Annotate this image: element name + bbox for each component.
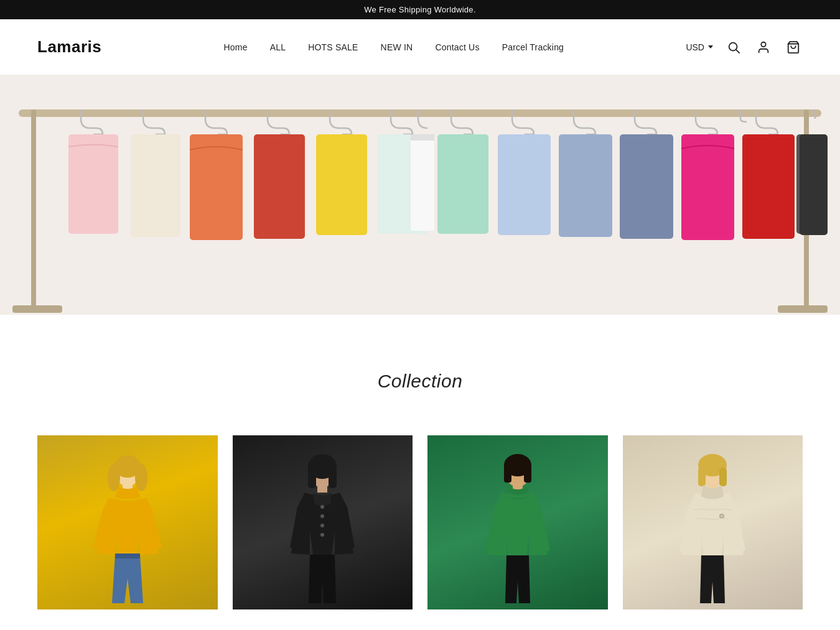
product-card-4[interactable] — [623, 435, 803, 609]
hero-banner — [0, 75, 840, 315]
svg-rect-13 — [254, 134, 305, 239]
cart-icon — [786, 40, 800, 54]
product-image-1 — [37, 435, 218, 609]
svg-point-38 — [320, 514, 324, 518]
svg-rect-9 — [778, 305, 828, 313]
currency-selector[interactable]: USD — [686, 42, 713, 52]
header: Lamaris Home ALL HOTS SALE NEW IN Contac… — [0, 19, 840, 75]
nav-item-parcel-tracking[interactable]: Parcel Tracking — [502, 42, 564, 52]
product-card-1[interactable] — [37, 435, 218, 609]
svg-rect-49 — [719, 468, 727, 486]
svg-rect-31 — [115, 554, 140, 558]
svg-rect-17 — [498, 134, 551, 235]
collection-section: Collection — [0, 315, 840, 628]
product-grid — [37, 435, 803, 609]
svg-rect-25 — [411, 134, 434, 141]
account-button[interactable] — [754, 38, 773, 57]
svg-rect-12 — [190, 134, 243, 240]
svg-point-37 — [320, 505, 324, 509]
hero-clothing-rack-image — [0, 75, 840, 315]
cart-button[interactable] — [784, 38, 803, 57]
product-card-3[interactable] — [427, 435, 608, 609]
logo[interactable]: Lamaris — [37, 37, 101, 57]
nav-item-hots-sale[interactable]: HOTS SALE — [308, 42, 358, 52]
svg-rect-14 — [316, 134, 367, 235]
product-image-3 — [427, 435, 608, 609]
svg-rect-6 — [31, 109, 36, 308]
svg-rect-36 — [317, 485, 327, 493]
nav-item-all[interactable]: ALL — [270, 42, 286, 52]
svg-rect-43 — [504, 465, 511, 483]
collection-heading-wrapper: Collection — [37, 346, 803, 435]
svg-rect-16 — [437, 134, 488, 234]
svg-rect-44 — [524, 465, 531, 483]
collection-title: Collection — [37, 371, 803, 392]
search-button[interactable] — [724, 38, 743, 57]
search-icon — [727, 40, 740, 54]
svg-rect-10 — [68, 134, 118, 234]
svg-line-1 — [736, 50, 739, 53]
svg-rect-34 — [308, 466, 316, 488]
svg-point-39 — [320, 524, 324, 527]
header-icons: USD — [686, 38, 803, 57]
svg-rect-20 — [681, 134, 734, 240]
product-image-2 — [233, 435, 413, 609]
svg-rect-35 — [329, 466, 337, 488]
svg-rect-23 — [800, 134, 828, 235]
svg-rect-18 — [559, 134, 612, 237]
top-banner: We Free Shipping Worldwide. — [0, 0, 840, 19]
nav-item-home[interactable]: Home — [224, 42, 248, 52]
product-card-2[interactable] — [233, 435, 413, 609]
nav-item-contact-us[interactable]: Contact Us — [435, 42, 479, 52]
svg-rect-5 — [19, 109, 821, 117]
banner-text: We Free Shipping Worldwide. — [364, 5, 476, 14]
svg-point-2 — [761, 42, 765, 46]
svg-rect-19 — [620, 134, 673, 239]
svg-rect-21 — [742, 134, 795, 239]
svg-rect-11 — [131, 134, 180, 237]
currency-label: USD — [686, 42, 704, 52]
nav-item-new-in[interactable]: NEW IN — [381, 42, 413, 52]
product-image-4 — [623, 435, 803, 609]
user-icon — [757, 40, 770, 54]
svg-rect-8 — [12, 305, 62, 313]
svg-rect-48 — [698, 468, 706, 486]
main-nav: Home ALL HOTS SALE NEW IN Contact Us Par… — [224, 42, 564, 52]
svg-point-40 — [320, 533, 324, 537]
svg-rect-24 — [411, 134, 434, 231]
currency-chevron-icon — [708, 45, 713, 49]
svg-point-52 — [721, 515, 723, 517]
